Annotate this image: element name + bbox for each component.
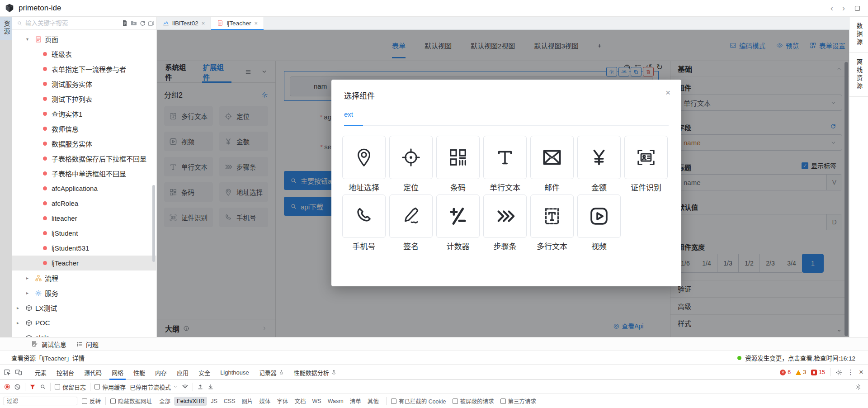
tree-item-flow[interactable]: ▸ 流程 <box>12 270 157 285</box>
request-type-chip[interactable]: 文档 <box>292 395 309 407</box>
new-folder-icon[interactable] <box>130 19 137 27</box>
devtools-tab[interactable]: 内存 <box>150 365 172 380</box>
filter-funnel-icon[interactable] <box>29 384 36 390</box>
network-settings-gear-icon[interactable] <box>855 384 862 390</box>
caret-right-icon[interactable]: ▸ <box>17 305 23 310</box>
caret-down-icon[interactable]: ▾ <box>26 37 32 42</box>
tree-item-lx-test[interactable]: ▸ LX测试 <box>12 300 157 315</box>
device-toolbar-icon[interactable] <box>15 369 22 376</box>
tree-item-page[interactable]: ljTeacher <box>12 256 157 270</box>
tree-item-page[interactable]: afcRolea <box>12 196 157 211</box>
import-har-icon[interactable] <box>197 384 203 390</box>
request-type-chip[interactable]: 图片 <box>239 395 255 407</box>
devtools-tab[interactable]: Lighthouse <box>215 365 254 380</box>
close-tab-icon[interactable]: × <box>254 20 258 27</box>
devtools-tab[interactable]: 元素 <box>30 365 52 380</box>
refresh-tree-icon[interactable] <box>139 20 146 27</box>
hide-data-urls-checkbox[interactable]: 隐藏数据网址 <box>110 397 152 405</box>
caret-right-icon[interactable]: ▸ <box>17 320 23 325</box>
request-type-chip[interactable]: 媒体 <box>257 395 274 407</box>
request-type-chip[interactable]: 清单 <box>347 395 364 407</box>
component-card-locate[interactable]: 定位 <box>389 136 433 193</box>
kebab-menu-icon[interactable]: ⋮ <box>847 368 854 376</box>
editor-tab-libitest02[interactable]: liBiTest02 × <box>157 17 211 29</box>
component-card-mail[interactable]: 邮件 <box>530 136 574 193</box>
component-card-video[interactable]: 视频 <box>577 195 621 251</box>
devtools-settings-gear-icon[interactable] <box>835 369 842 376</box>
component-card-address[interactable]: 地址选择 <box>342 136 386 193</box>
editor-tab-ljteacher[interactable]: ljTeacher × <box>211 17 264 29</box>
tree-item-page[interactable]: 数据服务实体 <box>12 136 157 151</box>
disable-cache-checkbox[interactable]: 停用缓存 <box>94 383 126 391</box>
resource-detail-link[interactable]: 查看资源「ljTeacher」详情 <box>11 353 85 362</box>
devtools-tab[interactable]: 网络 <box>107 365 128 380</box>
console-errors-badge[interactable]: ✕ 6 <box>780 369 791 375</box>
tree-item-page[interactable]: 查询实体1 <box>12 106 157 121</box>
request-type-chip[interactable]: 其他 <box>365 395 382 407</box>
filter-checkbox[interactable]: 第三方请求 <box>500 397 537 405</box>
component-card-phone[interactable]: 手机号 <box>342 195 386 251</box>
preserve-log-checkbox[interactable]: 保留日志 <box>55 383 86 391</box>
component-card-barcode[interactable]: 条码 <box>436 136 480 193</box>
devtools-tab[interactable]: 控制台 <box>52 365 79 380</box>
request-type-chip[interactable]: WS <box>310 397 324 406</box>
tree-scrollbar[interactable] <box>152 185 155 262</box>
inspect-element-icon[interactable] <box>4 369 11 376</box>
tree-item-page[interactable]: 测试下拉列表 <box>12 91 157 106</box>
tree-item-page[interactable]: 子表格中单选框组不回显 <box>12 166 157 181</box>
invert-checkbox[interactable]: 反转 <box>82 397 101 405</box>
request-type-chip[interactable]: CSS <box>221 397 238 406</box>
tree-item-service[interactable]: ▸ 服务 <box>12 285 157 300</box>
tree-item-page[interactable]: 表单指定下一流程参与者 <box>12 62 157 76</box>
modal-tab-ext[interactable]: ext <box>344 110 353 118</box>
record-network-icon[interactable] <box>5 384 10 389</box>
tree-item-pages-folder[interactable]: ▾ 页面 <box>12 32 157 47</box>
devtools-tab[interactable]: 源代码 <box>79 365 107 380</box>
collapse-all-icon[interactable] <box>148 20 155 27</box>
nav-back-icon[interactable]: ‹ <box>830 4 833 13</box>
component-card-textarea[interactable]: 多行文本 <box>530 195 574 251</box>
window-restore-icon[interactable] <box>854 5 861 12</box>
filter-checkbox[interactable]: 被屏蔽的请求 <box>453 397 494 405</box>
devtools-tab[interactable]: 安全 <box>193 365 215 380</box>
request-type-chip[interactable]: Fetch/XHR <box>174 397 207 406</box>
component-card-steps[interactable]: 步骤条 <box>483 195 527 251</box>
request-type-chip[interactable]: 全部 <box>156 395 173 407</box>
search-network-icon[interactable] <box>40 384 46 390</box>
tree-item-page[interactable]: ljStudent <box>12 226 157 241</box>
activity-tab-resources[interactable]: 资源 <box>0 17 12 40</box>
component-card-amount[interactable]: 金额 <box>577 136 621 193</box>
close-tab-icon[interactable]: × <box>202 20 205 27</box>
component-card-counter[interactable]: 计数器 <box>436 195 480 251</box>
request-type-chip[interactable]: JS <box>208 397 220 406</box>
tree-item-page[interactable]: 子表格数据保存后下拉框不回显 <box>12 151 157 166</box>
export-har-icon[interactable] <box>208 384 214 390</box>
request-type-chip[interactable]: 字体 <box>274 395 291 407</box>
tree-item-poc[interactable]: ▸ POC <box>12 315 157 330</box>
network-conditions-wifi-icon[interactable] <box>182 384 189 390</box>
devtools-tab[interactable]: 应用 <box>172 365 193 380</box>
filter-checkbox[interactable]: 有已拦截的 Cookie <box>391 397 446 405</box>
right-strip-tab[interactable]: 数据源 <box>849 17 868 53</box>
component-card-signature[interactable]: 签名 <box>389 195 433 251</box>
component-card-text[interactable]: 单行文本 <box>483 136 527 193</box>
modal-close-icon[interactable]: × <box>665 88 670 98</box>
caret-right-icon[interactable]: ▸ <box>26 275 32 280</box>
tree-item-page[interactable]: 教师信息 <box>12 121 157 136</box>
tree-item-page[interactable]: ljStudent531 <box>12 241 157 256</box>
devtools-tab[interactable]: 记录器 <box>254 365 289 380</box>
devtools-close-icon[interactable]: × <box>859 368 863 377</box>
resource-changed-message[interactable]: 资源发生变更，点击查看,检查时间:16:12 <box>745 353 855 362</box>
caret-right-icon[interactable]: ▸ <box>26 290 32 295</box>
tree-item-page[interactable]: afcApplicationa <box>12 181 157 196</box>
debug-info-tab[interactable]: 调试信息 <box>31 340 66 349</box>
network-filter-input[interactable] <box>4 397 77 405</box>
import-resource-icon[interactable] <box>121 19 128 27</box>
nav-forward-icon[interactable]: › <box>842 4 845 13</box>
devtools-tab[interactable]: 性能 <box>128 365 150 380</box>
request-type-chip[interactable]: Wasm <box>325 397 346 406</box>
clear-network-icon[interactable] <box>14 384 21 390</box>
throttling-select[interactable]: 已停用节流模式 <box>130 383 178 391</box>
search-input[interactable] <box>25 20 118 27</box>
tree-item-page[interactable]: liteacher <box>12 211 157 226</box>
